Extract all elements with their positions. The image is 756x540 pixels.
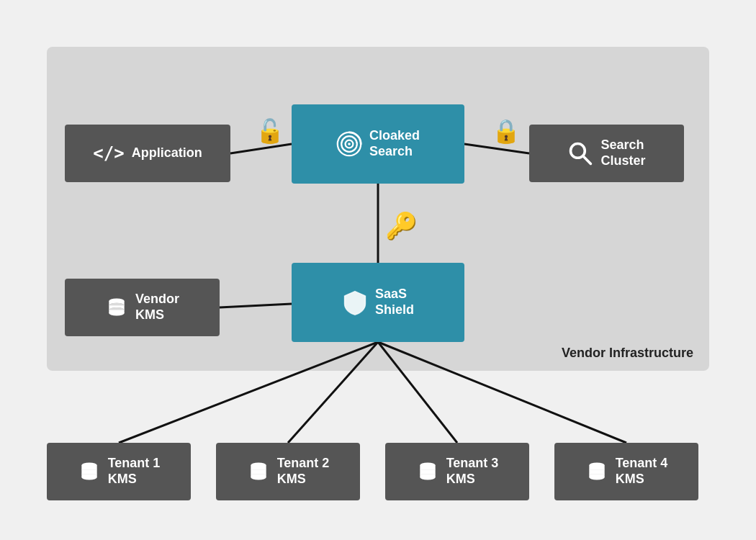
lock-left-icon: 🔓: [256, 117, 284, 145]
tenant1-icon: [78, 460, 101, 483]
svg-point-50: [589, 474, 604, 480]
tenant3-box: Tenant 3 KMS: [385, 443, 529, 500]
tenant2-icon: [247, 460, 270, 483]
tenant2-label-1: Tenant 2: [277, 456, 330, 472]
vendor-kms-box: Vendor KMS: [65, 279, 220, 336]
vendor-kms-label-1: Vendor: [135, 292, 179, 307]
tenant3-label-1: Tenant 3: [446, 456, 499, 472]
vendor-kms-label-2: KMS: [135, 307, 164, 323]
cloaked-search-box: Cloaked Search: [292, 104, 464, 184]
diagram-container: Vendor Infrastructure 🔓 🔒 🔑 </> Applicat…: [25, 18, 731, 522]
svg-point-29: [81, 474, 96, 480]
saas-shield-icon: [342, 289, 368, 315]
svg-point-36: [251, 474, 266, 480]
tenant2-label-2: KMS: [277, 472, 306, 487]
tenant1-label-1: Tenant 1: [108, 456, 161, 472]
application-label: Application: [132, 145, 202, 161]
tenant4-label-2: KMS: [616, 472, 644, 487]
svg-line-13: [583, 156, 591, 164]
vendor-kms-icon: [105, 296, 128, 319]
svg-point-11: [348, 143, 351, 145]
saas-shield-box: SaaS Shield: [292, 263, 464, 342]
cloaked-search-icon: [336, 131, 362, 157]
search-cluster-label-2: Cluster: [600, 153, 645, 169]
svg-point-43: [420, 474, 435, 480]
tenant2-box: Tenant 2 KMS: [216, 443, 360, 500]
search-cluster-box: Search Cluster: [529, 125, 684, 182]
vendor-label: Vendor Infrastructure: [562, 346, 693, 361]
saas-shield-label-1: SaaS: [375, 287, 407, 302]
cloaked-search-label-1: Cloaked: [369, 128, 420, 144]
tenant3-label-2: KMS: [446, 472, 475, 487]
tenant4-icon: [585, 460, 608, 483]
tenant4-label-1: Tenant 4: [616, 456, 668, 472]
saas-shield-label-2: Shield: [375, 302, 414, 318]
tenant4-box: Tenant 4 KMS: [554, 443, 698, 500]
tenant1-label-2: KMS: [108, 472, 137, 487]
lock-right-icon: 🔒: [492, 117, 521, 145]
application-box: </> Application: [65, 125, 230, 182]
application-icon: </>: [93, 143, 124, 163]
tenant3-icon: [416, 460, 439, 483]
tenant1-box: Tenant 1 KMS: [47, 443, 191, 500]
search-cluster-icon: [567, 140, 593, 166]
cloaked-search-label-2: Search: [369, 144, 413, 160]
key-icon: 🔑: [385, 211, 418, 241]
search-cluster-label-1: Search: [600, 138, 644, 153]
svg-point-22: [109, 310, 124, 315]
